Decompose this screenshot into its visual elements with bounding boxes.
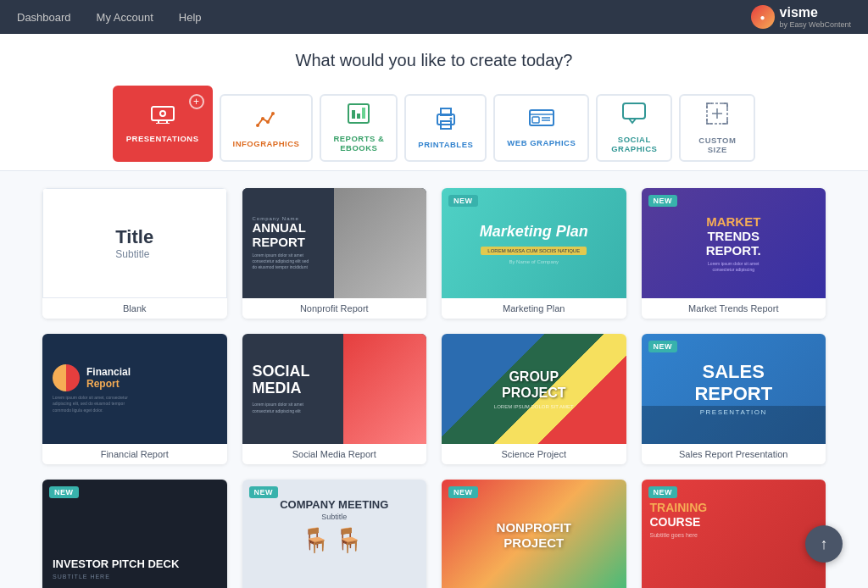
new-badge-nonprofit-art: NEW — [448, 486, 478, 498]
social-lorem: Lorem ipsum dolor sit ametconsectetur ad… — [253, 402, 343, 414]
tab-reports[interactable]: REPORTS &EBOOKS — [320, 94, 398, 162]
training-title-text: TRAINING — [650, 501, 708, 514]
svg-rect-12 — [362, 108, 365, 119]
svg-point-6 — [261, 117, 264, 120]
thumb-social-media: SOCIAL MEDIA Lorem ipsum dolor sit ametc… — [242, 334, 427, 444]
plus-icon: + — [189, 94, 204, 109]
category-tabs: + PRESENTATIONS — [51, 86, 817, 162]
marketing-title-text: Marketing Plan — [480, 223, 588, 241]
group-line1: GROUP — [509, 369, 559, 385]
template-financial-report[interactable]: Financial Report Lorem ipsum dolor sit a… — [42, 334, 227, 464]
template-marketing-label: Marketing Plan — [442, 298, 626, 319]
tab-social-graphics[interactable]: SOCIALGRAPHICS — [596, 94, 672, 162]
market-trends-line3: REPORT. — [706, 243, 761, 258]
svg-point-4 — [160, 111, 165, 116]
training-sub-text: Subtitle goes here — [650, 532, 698, 538]
category-section: What would you like to create today? + P… — [0, 34, 868, 171]
svg-point-8 — [271, 112, 275, 115]
template-training-course[interactable]: NEW TRAINING COURSE Subtitle goes here T… — [642, 480, 826, 588]
tab-infographics[interactable]: INFOGRAPHICS — [220, 94, 314, 162]
template-sales-report[interactable]: NEW SALES REPORT PRESENTATION Sales Repo… — [642, 334, 826, 464]
report-text: REPORT — [253, 235, 325, 249]
navigation: Dashboard My Account Help visme by Easy … — [0, 0, 868, 34]
thumb-group-project: GROUP PROJECT LOREM IPSUM DOLOR SIT AMET — [442, 334, 626, 444]
template-nonprofit-report[interactable]: Company Name ANNUAL REPORT Lorem ipsum d… — [242, 188, 427, 319]
template-social-media[interactable]: SOCIAL MEDIA Lorem ipsum dolor sit ametc… — [242, 334, 427, 464]
template-social-media-label: Social Media Report — [242, 444, 427, 464]
template-blank[interactable]: Title Subtitle Blank — [42, 188, 227, 319]
tab-presentations[interactable]: + PRESENTATIONS — [113, 86, 213, 162]
hero-title: What would you like to create today? — [51, 51, 817, 70]
market-trends-line1: MARKET — [706, 214, 761, 229]
financial-lorem: Lorem ipsum dolor sit amet, consectetura… — [53, 395, 128, 414]
tab-custom-size[interactable]: CUSTOMSIZE — [679, 94, 755, 162]
template-investor-pitch[interactable]: NEW INVESTOR PITCH DECK SUBTITLE HERE In… — [42, 480, 227, 588]
reports-icon — [348, 103, 370, 129]
brand-logo: visme by Easy WebContent — [751, 5, 851, 29]
template-science-project-label: Science Project — [442, 444, 626, 464]
template-nonprofit-label: Nonprofit Report — [242, 298, 427, 319]
nonprofit-art-line2: PROJECT — [504, 535, 564, 550]
infographics-icon — [254, 108, 278, 134]
company-meeting-title: COMPANY MEETING — [280, 498, 388, 511]
scroll-up-icon: ↑ — [821, 535, 828, 553]
group-sub: LOREM IPSUM DOLOR SIT AMET — [494, 404, 574, 409]
svg-rect-0 — [152, 107, 174, 120]
tab-web-graphics[interactable]: WEB GRAPHICS — [493, 94, 589, 162]
marketing-company-text: By Name of Company — [480, 259, 588, 264]
nav-account-link[interactable]: My Account — [97, 11, 153, 24]
visme-logo-icon — [751, 5, 775, 29]
nav-help-link[interactable]: Help — [179, 11, 202, 24]
tab-infographics-label: INFOGRAPHICS — [233, 139, 300, 148]
blank-title-text: Title — [115, 226, 153, 248]
annual-text: ANNUAL — [253, 221, 325, 236]
template-sales-report-label: Sales Report Presentation — [642, 444, 826, 464]
thumb-nonprofit: Company Name ANNUAL REPORT Lorem ipsum d… — [242, 188, 427, 298]
sales-line2: REPORT — [694, 383, 772, 405]
template-marketing-plan[interactable]: NEW Marketing Plan LOREM MASSA CUM SOCII… — [442, 188, 626, 319]
social-line2: MEDIA — [253, 380, 343, 397]
template-science-project[interactable]: GROUP PROJECT LOREM IPSUM DOLOR SIT AMET… — [442, 334, 626, 464]
svg-rect-11 — [357, 114, 360, 119]
nonprofit-art-line1: NONPROFIT — [497, 520, 571, 535]
thumb-market-trends: NEW MARKET TRENDS REPORT. Lorem ipsum do… — [642, 188, 826, 298]
training-course-label: COURSE — [650, 515, 708, 529]
new-badge-market-trends: NEW — [648, 195, 678, 207]
financial-logo-icon — [53, 364, 80, 391]
scroll-up-button[interactable]: ↑ — [805, 525, 843, 563]
financial-report-text: Report — [86, 378, 131, 390]
financial-title-text: Financial — [86, 366, 131, 378]
svg-rect-22 — [623, 103, 645, 119]
thumb-sales-report: NEW SALES REPORT PRESENTATION — [642, 334, 826, 444]
sales-sub: PRESENTATION — [700, 408, 767, 416]
market-trends-line2: TRENDS — [706, 229, 761, 243]
tab-presentations-label: PRESENTATIONS — [126, 134, 199, 143]
tab-web-graphics-label: WEB GRAPHICS — [507, 138, 576, 147]
template-company-meeting[interactable]: NEW COMPANY MEETING Subtitle 🪑🪑 Company … — [242, 480, 427, 588]
template-financial-label: Financial Report — [42, 444, 227, 464]
chairs-icon: 🪑🪑 — [301, 526, 367, 554]
social-graphics-icon — [622, 103, 646, 130]
template-blank-label: Blank — [42, 298, 227, 319]
new-badge-training: NEW — [648, 486, 678, 498]
svg-point-5 — [256, 124, 259, 127]
templates-grid: Title Subtitle Blank Company Name ANNUAL… — [42, 188, 826, 588]
tab-reports-label: REPORTS &EBOOKS — [333, 134, 384, 153]
presentations-icon — [151, 105, 175, 129]
nav-dashboard-link[interactable]: Dashboard — [17, 11, 71, 24]
company-meeting-sub: Subtitle — [321, 513, 347, 521]
main-content: Title Subtitle Blank Company Name ANNUAL… — [0, 171, 868, 588]
web-graphics-icon — [529, 109, 554, 133]
thumb-nonprofit-art: NEW NONPROFIT PROJECT — [442, 480, 626, 588]
marketing-sub-text: LOREM MASSA CUM SOCIIS NATIQUE — [481, 247, 587, 255]
new-badge-marketing: NEW — [448, 195, 478, 207]
thumb-financial: Financial Report Lorem ipsum dolor sit a… — [42, 334, 227, 444]
template-nonprofit-art[interactable]: NEW NONPROFIT PROJECT Nonprofit Art — [442, 480, 626, 588]
blank-subtitle-text: Subtitle — [115, 248, 153, 260]
new-badge-sales: NEW — [648, 341, 678, 352]
brand-text: visme — [780, 5, 851, 20]
tab-printables-label: PRINTABLES — [418, 140, 473, 149]
tab-printables[interactable]: PRINTABLES — [404, 94, 487, 162]
template-market-trends[interactable]: NEW MARKET TRENDS REPORT. Lorem ipsum do… — [642, 188, 826, 319]
template-market-trends-label: Market Trends Report — [642, 298, 826, 319]
